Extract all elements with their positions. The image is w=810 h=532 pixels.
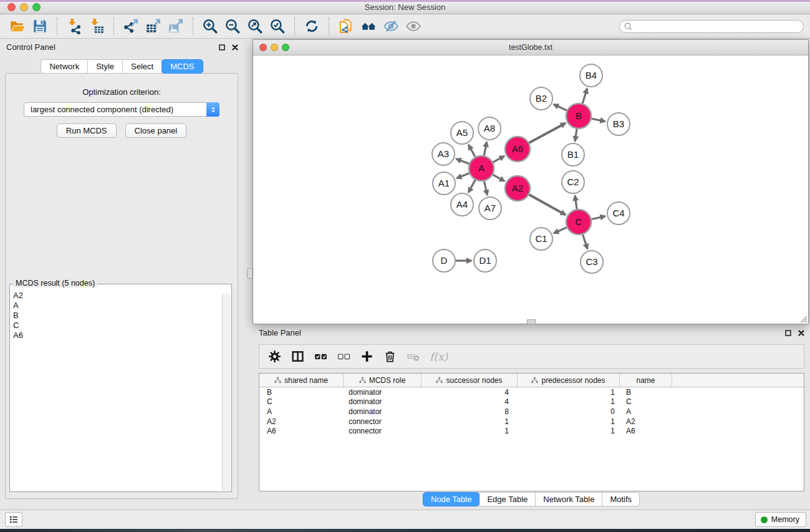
node-A[interactable]: A <box>469 156 494 181</box>
node-B4[interactable]: B4 <box>580 64 602 87</box>
close-panel-button[interactable]: Close panel <box>125 123 187 138</box>
column-header-MCDS-role[interactable]: MCDS role <box>344 374 422 387</box>
node-A4[interactable]: A4 <box>451 193 473 216</box>
cell-successor-nodes[interactable]: 1 <box>422 427 518 435</box>
network-window-titlebar[interactable]: testGlobe.txt <box>253 40 808 56</box>
cell-MCDS-role[interactable]: dominator <box>344 388 422 397</box>
cell-predecessor-nodes[interactable]: 0 <box>518 407 620 416</box>
edge-A-A1[interactable] <box>456 173 469 178</box>
show-columns-button[interactable] <box>287 347 307 366</box>
float-panel-icon[interactable] <box>783 328 793 337</box>
result-item[interactable]: A <box>13 301 220 311</box>
memory-button[interactable]: Memory <box>755 512 806 527</box>
result-item[interactable]: A2 <box>13 291 220 301</box>
node-D[interactable]: D <box>433 249 455 272</box>
tab-select[interactable]: Select <box>122 59 162 74</box>
node-A5[interactable]: A5 <box>451 122 473 144</box>
node-C[interactable]: C <box>566 210 591 235</box>
status-list-button[interactable] <box>5 512 22 527</box>
edge-A-A8[interactable] <box>484 142 486 156</box>
edge-A-A4[interactable] <box>468 180 475 193</box>
node-B2[interactable]: B2 <box>530 87 552 110</box>
cell-predecessor-nodes[interactable]: 1 <box>518 417 620 426</box>
cell-shared-name[interactable]: A <box>259 407 344 416</box>
edge-A-A6[interactable] <box>493 156 504 162</box>
delete-columns-button[interactable] <box>380 347 400 366</box>
column-header-name[interactable]: name <box>620 374 672 387</box>
cell-name[interactable]: A2 <box>620 417 672 426</box>
search-input[interactable] <box>619 20 804 33</box>
cell-successor-nodes[interactable]: 8 <box>422 407 518 416</box>
node-A7[interactable]: A7 <box>479 197 501 220</box>
create-column-button[interactable] <box>357 347 377 366</box>
zoom-in-button[interactable] <box>199 16 221 36</box>
panel-divider-grip[interactable] <box>527 319 536 324</box>
node-A8[interactable]: A8 <box>478 117 501 140</box>
network-document-button[interactable] <box>335 16 357 36</box>
import-network-button[interactable] <box>63 16 85 36</box>
table-row[interactable]: Cdominator41C <box>259 397 804 407</box>
cell-shared-name[interactable]: A2 <box>259 417 344 426</box>
zoom-selected-button[interactable] <box>266 16 289 36</box>
column-header-predecessor-nodes[interactable]: predecessor nodes <box>518 374 620 387</box>
edge-C-C4[interactable] <box>592 216 605 220</box>
edge-B-B2[interactable] <box>554 104 567 110</box>
node-D1[interactable]: D1 <box>474 249 496 272</box>
tab-network-table[interactable]: Network Table <box>535 492 602 506</box>
cell-MCDS-role[interactable]: connector <box>344 427 422 435</box>
cell-shared-name[interactable]: C <box>259 397 344 406</box>
export-table-button[interactable] <box>142 16 165 36</box>
float-panel-icon[interactable] <box>217 42 226 52</box>
cell-MCDS-role[interactable]: dominator <box>344 397 422 406</box>
resize-grip-icon[interactable] <box>799 314 808 323</box>
tab-network[interactable]: Network <box>41 59 88 74</box>
edge-C-C1[interactable] <box>554 228 567 233</box>
cell-shared-name[interactable]: A6 <box>259 427 344 435</box>
node-A2[interactable]: A2 <box>505 176 530 201</box>
edge-A6-B[interactable] <box>529 123 566 143</box>
tab-mcds[interactable]: MCDS <box>162 59 203 74</box>
edge-C-C3[interactable] <box>583 235 588 249</box>
show-graphics-button[interactable] <box>402 16 425 36</box>
cell-predecessor-nodes[interactable]: 1 <box>518 388 620 397</box>
node-A6[interactable]: A6 <box>505 137 530 162</box>
result-item[interactable]: A6 <box>13 331 220 341</box>
column-header-successor-nodes[interactable]: successor nodes <box>422 374 518 387</box>
cell-predecessor-nodes[interactable]: 1 <box>518 397 620 406</box>
edge-B-B1[interactable] <box>575 129 577 141</box>
table-row[interactable]: Adominator80A <box>259 407 804 417</box>
edge-A-A7[interactable] <box>485 181 488 195</box>
table-row[interactable]: A6connector11A6 <box>259 426 804 436</box>
tab-edge-table[interactable]: Edge Table <box>479 492 536 506</box>
edge-A2-C[interactable] <box>529 195 566 215</box>
tab-motifs[interactable]: Motifs <box>602 492 640 506</box>
node-B1[interactable]: B1 <box>562 143 584 166</box>
close-panel-icon[interactable] <box>796 328 806 337</box>
edge-C-C2[interactable] <box>575 196 577 209</box>
criterion-dropdown[interactable]: largest connected component (directed) <box>24 102 219 117</box>
export-network-button[interactable] <box>120 16 142 36</box>
node-A1[interactable]: A1 <box>433 172 455 195</box>
table-row[interactable]: A2connector11A2 <box>259 417 804 427</box>
edge-A-A2[interactable] <box>493 175 504 181</box>
cell-successor-nodes[interactable]: 4 <box>422 397 518 406</box>
open-session-button[interactable] <box>6 16 29 36</box>
network-canvas[interactable]: B4B2BB3A8A5A6A3B1AC2A1A2A4A7C4CC1C3DD1 <box>253 56 808 324</box>
result-item[interactable]: C <box>13 321 220 331</box>
cell-successor-nodes[interactable]: 4 <box>422 388 518 397</box>
node-C4[interactable]: C4 <box>607 202 630 225</box>
cell-name[interactable]: A6 <box>620 427 672 435</box>
cell-name[interactable]: C <box>620 397 672 406</box>
result-item[interactable]: B <box>13 311 220 321</box>
cell-MCDS-role[interactable]: connector <box>344 417 422 426</box>
edge-B-B3[interactable] <box>592 118 605 121</box>
edge-B-B4[interactable] <box>582 89 587 104</box>
cell-MCDS-role[interactable]: dominator <box>344 407 422 416</box>
table-options-button[interactable] <box>264 347 284 366</box>
run-mcds-button[interactable]: Run MCDS <box>57 123 117 138</box>
apply-layout-button[interactable] <box>301 16 323 36</box>
node-B[interactable]: B <box>566 104 591 128</box>
node-B3[interactable]: B3 <box>607 113 630 135</box>
node-C1[interactable]: C1 <box>530 228 552 250</box>
node-A3[interactable]: A3 <box>432 143 455 165</box>
